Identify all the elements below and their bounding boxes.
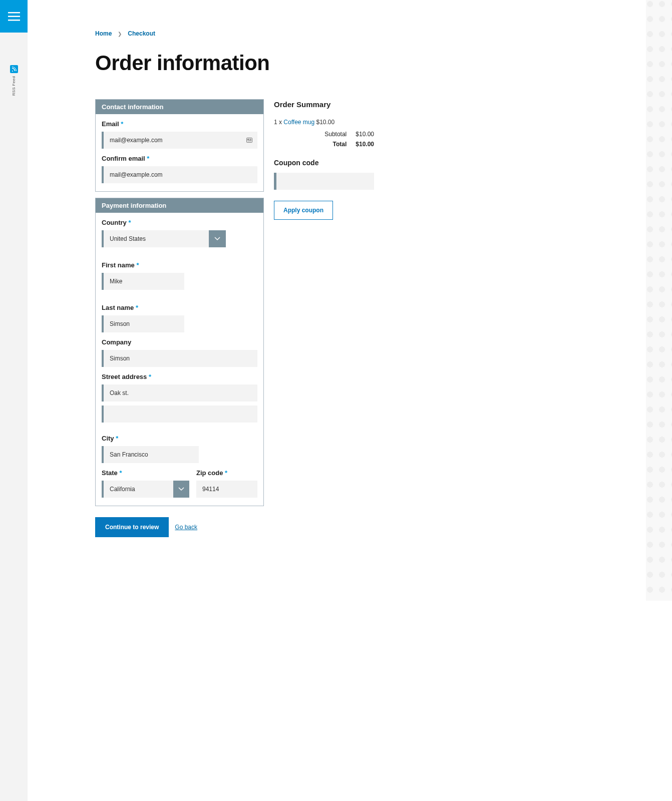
breadcrumb-checkout[interactable]: Checkout: [128, 30, 155, 37]
apply-coupon-button[interactable]: Apply coupon: [274, 201, 333, 220]
menu-button[interactable]: [0, 0, 28, 33]
state-label: State *: [102, 469, 189, 477]
coupon-field[interactable]: [276, 173, 374, 190]
chevron-right-icon: ❯: [118, 31, 122, 37]
svg-rect-0: [8, 12, 20, 14]
breadcrumb-home[interactable]: Home: [95, 30, 112, 37]
sidebar: RSS Feed: [0, 0, 28, 801]
country-select[interactable]: United States: [104, 230, 209, 247]
rss-label: RSS Feed: [12, 76, 16, 96]
summary-line-item: 1 x Coffee mug $10.00: [274, 119, 374, 126]
email-label: Email *: [102, 120, 257, 128]
svg-rect-5: [249, 139, 251, 140]
state-select[interactable]: California: [104, 481, 173, 498]
email-field[interactable]: [104, 132, 257, 149]
total-value: $10.00: [356, 141, 374, 148]
country-label: Country *: [102, 219, 257, 226]
contact-card-icon: [246, 138, 252, 143]
svg-rect-7: [247, 141, 251, 141]
breadcrumb: Home ❯ Checkout: [95, 30, 458, 37]
payment-panel: Payment information Country * United Sta…: [95, 198, 264, 506]
decorative-pattern: [646, 0, 672, 601]
last-name-label: Last name *: [102, 304, 257, 311]
country-dropdown-button[interactable]: [209, 230, 226, 247]
go-back-link[interactable]: Go back: [175, 524, 197, 531]
page-title: Order information: [95, 51, 458, 75]
city-field[interactable]: [104, 446, 199, 463]
chevron-down-icon: [214, 237, 220, 241]
continue-button[interactable]: Continue to review: [95, 517, 169, 537]
subtotal-value: $10.00: [356, 131, 374, 138]
contact-panel: Contact information Email * Confirm emai…: [95, 99, 264, 192]
total-label: Total: [333, 141, 347, 148]
confirm-email-field[interactable]: [104, 166, 257, 183]
zip-label: Zip code *: [196, 469, 257, 477]
city-label: City *: [102, 435, 257, 442]
subtotal-label: Subtotal: [324, 131, 347, 138]
summary-title: Order Summary: [274, 100, 374, 109]
company-field[interactable]: [104, 350, 257, 367]
svg-rect-2: [8, 20, 20, 21]
first-name-field[interactable]: [104, 273, 184, 290]
chevron-down-icon: [178, 487, 184, 491]
contact-panel-header: Contact information: [96, 100, 263, 114]
street-field[interactable]: [104, 384, 257, 402]
first-name-label: First name *: [102, 261, 257, 269]
street-label: Street address *: [102, 373, 257, 380]
product-link[interactable]: Coffee mug: [283, 119, 314, 126]
payment-panel-header: Payment information: [96, 198, 263, 213]
street2-field[interactable]: [104, 406, 257, 423]
confirm-email-label: Confirm email *: [102, 155, 257, 162]
last-name-field[interactable]: [104, 315, 184, 332]
state-dropdown-button[interactable]: [173, 481, 189, 498]
zip-field[interactable]: [196, 481, 257, 498]
svg-rect-1: [8, 16, 20, 17]
company-label: Company: [102, 338, 257, 346]
coupon-title: Coupon code: [274, 159, 374, 167]
rss-icon: [10, 65, 18, 73]
rss-feed-link[interactable]: RSS Feed: [0, 65, 28, 96]
svg-rect-6: [249, 140, 251, 140]
hamburger-icon: [8, 12, 20, 21]
svg-rect-4: [247, 139, 249, 140]
